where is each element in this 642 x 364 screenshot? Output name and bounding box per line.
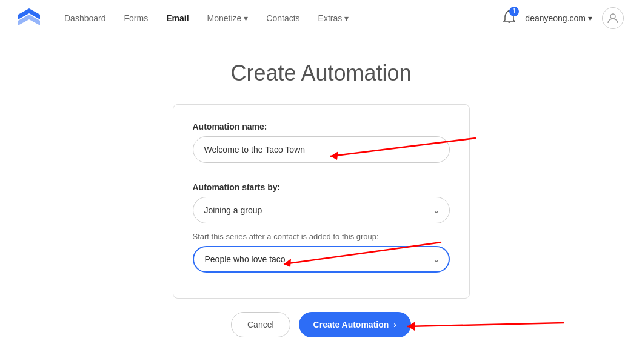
notification-badge: 1 bbox=[509, 7, 519, 16]
monetize-chevron-icon: ▾ bbox=[244, 13, 248, 23]
nav-links: Dashboard Forms Email Monetize ▾ Contact… bbox=[64, 13, 503, 23]
nav-forms[interactable]: Forms bbox=[124, 13, 149, 23]
starts-by-select[interactable]: Joining a group bbox=[193, 197, 450, 223]
automation-form-card: Automation name: Automation starts by: J… bbox=[173, 104, 470, 299]
nav-extras[interactable]: Extras ▾ bbox=[318, 13, 349, 23]
create-automation-button[interactable]: Create Automation › bbox=[299, 312, 411, 337]
account-chevron-icon: ▾ bbox=[588, 13, 592, 23]
nav-email[interactable]: Email bbox=[166, 13, 189, 23]
nav-contacts[interactable]: Contacts bbox=[266, 13, 299, 23]
nav-monetize[interactable]: Monetize ▾ bbox=[207, 13, 249, 23]
group-group: Start this series after a contact is add… bbox=[193, 232, 450, 273]
account-menu[interactable]: deanyeong.com ▾ bbox=[525, 13, 592, 23]
nav-dashboard[interactable]: Dashboard bbox=[64, 13, 106, 23]
account-name: deanyeong.com bbox=[525, 13, 586, 23]
automation-starts-group: Automation starts by: Joining a group ⌄ bbox=[193, 182, 450, 223]
cancel-button[interactable]: Cancel bbox=[231, 312, 290, 337]
navbar: Dashboard Forms Email Monetize ▾ Contact… bbox=[0, 0, 642, 36]
avatar[interactable] bbox=[602, 7, 624, 29]
extras-chevron-icon: ▾ bbox=[344, 13, 349, 23]
group-sub-label: Start this series after a contact is add… bbox=[193, 232, 450, 241]
create-automation-label: Create Automation bbox=[313, 320, 389, 329]
group-select[interactable]: People who love taco bbox=[193, 246, 450, 273]
starts-by-wrapper: Joining a group ⌄ bbox=[193, 197, 450, 223]
automation-name-input[interactable] bbox=[193, 136, 450, 163]
nav-right: 1 deanyeong.com ▾ bbox=[503, 7, 624, 29]
automation-name-group: Automation name: bbox=[193, 122, 450, 174]
logo[interactable] bbox=[18, 8, 40, 28]
main-content: Create Automation Automation name: Autom… bbox=[0, 36, 642, 337]
group-wrapper: People who love taco ⌄ bbox=[193, 246, 450, 273]
notification-bell[interactable]: 1 bbox=[503, 10, 515, 26]
button-row: Cancel Create Automation › bbox=[231, 312, 411, 337]
automation-name-label: Automation name: bbox=[193, 122, 450, 131]
svg-point-0 bbox=[610, 14, 615, 19]
automation-starts-label: Automation starts by: bbox=[193, 182, 450, 192]
page-title: Create Automation bbox=[230, 61, 411, 86]
create-automation-arrow-icon: › bbox=[393, 320, 396, 329]
